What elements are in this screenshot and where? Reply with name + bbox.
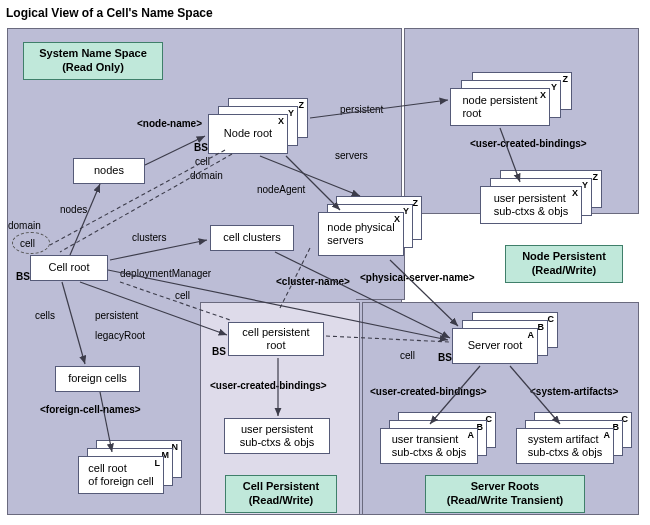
- diagram-title: Logical View of a Cell's Name Space: [6, 6, 644, 20]
- edge-cell3: cell: [400, 350, 415, 361]
- edge-physical-server-name: <physical-server-name>: [360, 272, 475, 283]
- chip-system-text: System Name Space (Read Only): [39, 47, 147, 73]
- edge-cell-dashed: cell: [195, 156, 210, 167]
- box-node-root: Node root: [224, 127, 272, 140]
- edge-node-agent: nodeAgent: [257, 184, 305, 195]
- chip-server-text: Server Roots (Read/Write Transient): [447, 480, 564, 506]
- edge-persistent1: persistent: [95, 310, 138, 321]
- stack-node-persistent-root: Z Y X node persistent root: [450, 72, 575, 128]
- edge-domain-dashed: domain: [190, 170, 223, 181]
- edge-cell2: cell: [175, 290, 190, 301]
- stack-system-artifact: C B A system artifact sub-ctxs & objs: [516, 412, 638, 468]
- chip-node-persistent: Node Persistent (Read/Write): [505, 245, 623, 283]
- box-user-persistent-cp: user persistent sub-ctxs & objs: [224, 418, 330, 454]
- bs-serverroot: BS: [438, 352, 452, 363]
- box-nodes: nodes: [73, 158, 145, 184]
- chip-cell-persistent: Cell Persistent (Read/Write): [225, 475, 337, 513]
- bs-cellroot: BS: [16, 271, 30, 282]
- box-cell-root: Cell root: [30, 255, 108, 281]
- edge-domain-cell: cell: [20, 238, 35, 249]
- edge-deployment-manager: deploymentManager: [120, 268, 211, 279]
- stack-foreign-cell-root: N M L cell root of foreign cell: [78, 440, 190, 498]
- box-cell-clusters: cell clusters: [210, 225, 294, 251]
- box-node-persistent-root: node persistent root: [462, 94, 537, 120]
- edge-domain: domain: [8, 220, 41, 231]
- chip-server-roots: Server Roots (Read/Write Transient): [425, 475, 585, 513]
- bs-noderoot: BS: [194, 142, 208, 153]
- edge-ucb-cellpanel: <user-created-bindings>: [210, 380, 327, 391]
- box-foreign-cells: foreign cells: [55, 366, 140, 392]
- box-system-artifact: system artifact sub-ctxs & objs: [528, 433, 603, 459]
- chip-cell-text: Cell Persistent (Read/Write): [243, 480, 319, 506]
- stack-node-physical-servers: Z Y X node physical servers: [318, 196, 428, 258]
- stack-user-transient: C B A user transient sub-ctxs & objs: [380, 412, 502, 468]
- edge-servers: servers: [335, 150, 368, 161]
- edge-nodes: nodes: [60, 204, 87, 215]
- bs-cpr: BS: [212, 346, 226, 357]
- edge-foreign-cell-names: <foreign-cell-names>: [40, 404, 141, 415]
- box-user-transient: user transient sub-ctxs & objs: [392, 433, 467, 459]
- box-server-root: Server root: [468, 339, 522, 352]
- edge-cluster-name: <cluster-name>: [276, 276, 350, 287]
- stack-user-persistent-node: Z Y X user persistent sub-ctxs & objs: [480, 170, 608, 226]
- edge-legacy-root: legacyRoot: [95, 330, 145, 341]
- stack-server-root: C B A Server root BS: [452, 312, 564, 368]
- edge-clusters: clusters: [132, 232, 166, 243]
- edge-cells: cells: [35, 310, 55, 321]
- edge-persistent-top: persistent: [340, 104, 383, 115]
- box-cell-persistent-root: cell persistent root: [228, 322, 324, 356]
- box-node-physical-servers: node physical servers: [327, 221, 394, 247]
- chip-system: System Name Space (Read Only): [23, 42, 163, 80]
- chip-node-text: Node Persistent (Read/Write): [522, 250, 606, 276]
- edge-sys-art: <system-artifacts>: [530, 386, 618, 397]
- edge-node-name: <node-name>: [137, 118, 202, 129]
- box-user-persistent-np: user persistent sub-ctxs & objs: [494, 192, 569, 218]
- edge-ucb-nodepanel: <user-created-bindings>: [470, 138, 587, 149]
- box-cell-root-foreign: cell root of foreign cell: [88, 462, 153, 488]
- edge-ucb-server: <user-created-bindings>: [370, 386, 487, 397]
- stack-node-root: Z Y X Node root BS: [208, 98, 308, 154]
